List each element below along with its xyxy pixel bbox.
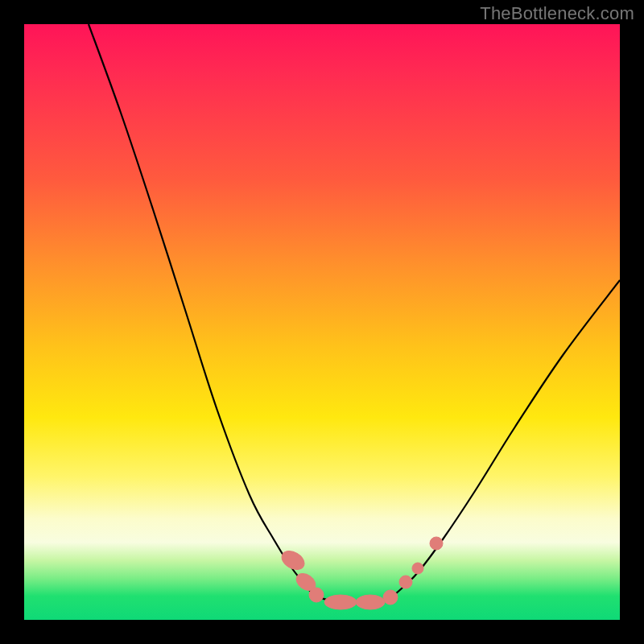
chart-svg [24,24,620,620]
watermark-text: TheBottleneck.com [480,3,634,24]
bead [430,537,443,550]
v-curve [89,24,620,602]
bead [412,563,423,574]
bead [279,547,308,573]
bead [324,595,357,609]
bead [383,590,398,605]
bead [309,588,324,602]
bead [399,576,412,588]
chart-frame [24,24,620,620]
bead [356,595,385,609]
beads-group [279,537,443,609]
